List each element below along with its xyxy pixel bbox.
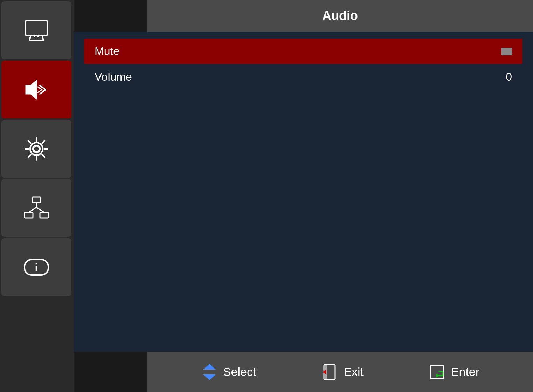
svg-marker-19 [203, 374, 216, 380]
enter-icon [429, 363, 446, 381]
page-title: Audio [322, 8, 358, 23]
mute-row[interactable]: Mute [84, 39, 522, 64]
mute-label: Mute [95, 45, 119, 58]
svg-rect-12 [40, 212, 48, 218]
svg-marker-18 [203, 364, 216, 370]
volume-row[interactable]: Volume 0 [84, 64, 522, 90]
svg-line-2 [42, 35, 43, 40]
svg-line-15 [36, 207, 44, 212]
exit-icon [321, 363, 339, 381]
svg-text:i: i [35, 261, 38, 274]
svg-line-1 [29, 35, 31, 40]
volume-value: 0 [506, 70, 512, 83]
sidebar-item-network[interactable] [1, 179, 71, 237]
volume-label: Volume [95, 70, 132, 83]
svg-point-8 [30, 143, 43, 155]
svg-rect-0 [25, 21, 48, 35]
enter-label: Enter [451, 365, 479, 379]
sidebar-item-display[interactable] [1, 1, 71, 59]
enter-button[interactable]: Enter [429, 363, 479, 381]
select-label: Select [223, 365, 256, 379]
svg-point-9 [34, 146, 39, 152]
mute-checkbox [501, 48, 512, 55]
info-icon: i [22, 253, 50, 281]
exit-label: Exit [344, 365, 364, 379]
footer: Select Exit [147, 352, 533, 392]
network-icon [22, 194, 50, 222]
sidebar: i [0, 0, 74, 392]
sidebar-item-audio[interactable] [1, 61, 71, 118]
exit-button[interactable]: Exit [321, 363, 364, 381]
select-button[interactable]: Select [201, 363, 256, 381]
svg-line-14 [29, 207, 36, 212]
settings-icon [22, 135, 50, 163]
display-icon [22, 16, 50, 44]
page-header: Audio [147, 0, 533, 32]
sidebar-item-info[interactable]: i [1, 238, 71, 296]
svg-rect-11 [25, 212, 33, 218]
svg-marker-6 [26, 81, 36, 99]
sidebar-item-settings[interactable] [1, 120, 71, 178]
svg-marker-25 [436, 373, 439, 377]
content-area: Mute Volume 0 [74, 32, 533, 352]
select-icon [201, 363, 218, 381]
audio-icon [22, 76, 50, 104]
svg-rect-10 [32, 197, 41, 202]
